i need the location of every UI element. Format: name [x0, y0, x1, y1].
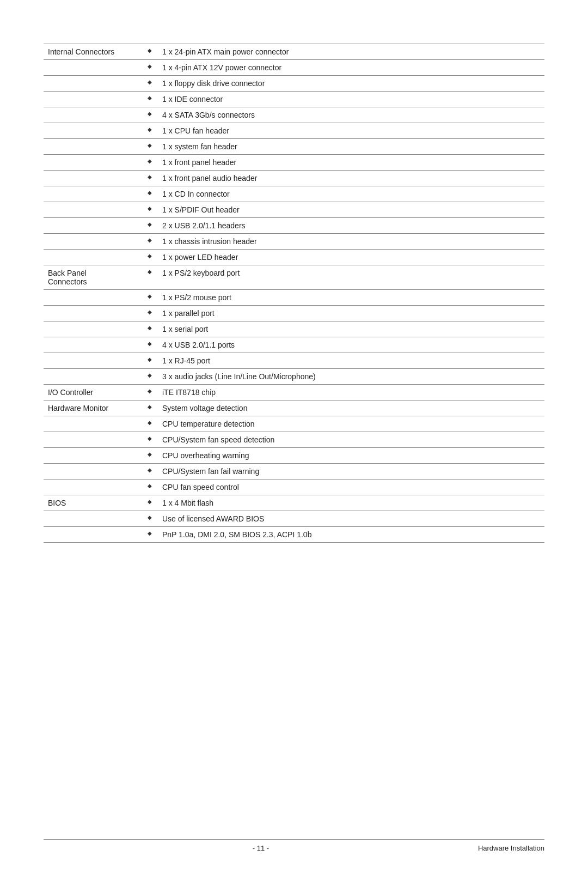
bullet-icon: ◆: [148, 356, 152, 362]
bullet-icon: ◆: [148, 142, 152, 148]
row-value: CPU/System fan speed detection: [158, 432, 544, 448]
bullet-cell: ◆: [142, 290, 158, 306]
row-value: 1 x system fan header: [158, 139, 544, 155]
bullet-cell: ◆: [142, 44, 158, 60]
bullet-icon: ◆: [148, 499, 152, 505]
table-row: ◆2 x USB 2.0/1.1 headers: [44, 218, 544, 234]
bullet-cell: ◆: [142, 60, 158, 76]
bullet-cell: ◆: [142, 385, 158, 400]
row-value: 2 x USB 2.0/1.1 headers: [158, 218, 544, 234]
bullet-cell: ◆: [142, 202, 158, 218]
table-row: ◆CPU/System fan speed detection: [44, 432, 544, 448]
bullet-icon: ◆: [148, 388, 152, 394]
bullet-icon: ◆: [148, 237, 152, 243]
row-label: [44, 107, 142, 123]
row-label: [44, 306, 142, 321]
table-row: ◆3 x audio jacks (Line In/Line Out/Micro…: [44, 369, 544, 385]
row-label: [44, 369, 142, 385]
bullet-icon: ◆: [148, 158, 152, 164]
bullet-icon: ◆: [148, 95, 152, 101]
row-label: [44, 155, 142, 171]
row-value: 1 x CPU fan header: [158, 123, 544, 139]
row-value: 1 x power LED header: [158, 250, 544, 265]
row-label: [44, 171, 142, 186]
bullet-cell: ◆: [142, 353, 158, 369]
bullet-icon: ◆: [148, 205, 152, 211]
bullet-icon: ◆: [148, 63, 152, 69]
table-row: BIOS◆1 x 4 Mbit flash: [44, 495, 544, 511]
table-row: ◆1 x RJ-45 port: [44, 353, 544, 369]
bullet-cell: ◆: [142, 76, 158, 92]
row-value: 1 x 4-pin ATX 12V power connector: [158, 60, 544, 76]
table-row: ◆1 x floppy disk drive connector: [44, 76, 544, 92]
bullet-cell: ◆: [142, 369, 158, 385]
row-value: 1 x CD In connector: [158, 186, 544, 202]
bullet-icon: ◆: [148, 467, 152, 473]
bullet-icon: ◆: [148, 174, 152, 180]
row-label: [44, 92, 142, 107]
bullet-icon: ◆: [148, 111, 152, 117]
bullet-cell: ◆: [142, 432, 158, 448]
row-label: [44, 234, 142, 250]
table-row: ◆1 x S/PDIF Out header: [44, 202, 544, 218]
row-value: 1 x floppy disk drive connector: [158, 76, 544, 92]
footer-section-title: Hardware Installation: [478, 844, 544, 852]
row-label: [44, 202, 142, 218]
bullet-cell: ◆: [142, 107, 158, 123]
row-value: 1 x parallel port: [158, 306, 544, 321]
row-value: CPU fan speed control: [158, 480, 544, 495]
bullet-icon: ◆: [148, 325, 152, 331]
bullet-cell: ◆: [142, 234, 158, 250]
row-value: 4 x SATA 3Gb/s connectors: [158, 107, 544, 123]
table-row: I/O Controller◆iTE IT8718 chip: [44, 385, 544, 400]
bullet-icon: ◆: [148, 435, 152, 441]
table-row: ◆CPU temperature detection: [44, 416, 544, 432]
bullet-icon: ◆: [148, 221, 152, 227]
row-label: [44, 464, 142, 480]
row-label: [44, 480, 142, 495]
table-row: Internal Connectors◆1 x 24-pin ATX main …: [44, 44, 544, 60]
spec-table: Internal Connectors◆1 x 24-pin ATX main …: [44, 44, 544, 543]
row-label: [44, 123, 142, 139]
table-row: ◆CPU/System fan fail warning: [44, 464, 544, 480]
row-label: [44, 432, 142, 448]
table-row: ◆Use of licensed AWARD BIOS: [44, 511, 544, 527]
row-label: Hardware Monitor: [44, 400, 142, 416]
table-row: ◆1 x serial port: [44, 321, 544, 337]
bullet-icon: ◆: [148, 79, 152, 85]
bullet-icon: ◆: [148, 420, 152, 426]
table-row: ◆1 x system fan header: [44, 139, 544, 155]
bullet-cell: ◆: [142, 250, 158, 265]
row-label: BIOS: [44, 495, 142, 511]
row-label: [44, 353, 142, 369]
row-value: 1 x S/PDIF Out header: [158, 202, 544, 218]
bullet-icon: ◆: [148, 47, 152, 53]
footer: - 11 - Hardware Installation: [44, 839, 544, 852]
bullet-cell: ◆: [142, 321, 158, 337]
table-row: ◆1 x power LED header: [44, 250, 544, 265]
bullet-cell: ◆: [142, 337, 158, 353]
row-value: Use of licensed AWARD BIOS: [158, 511, 544, 527]
row-label: [44, 60, 142, 76]
bullet-cell: ◆: [142, 155, 158, 171]
table-row: ◆1 x IDE connector: [44, 92, 544, 107]
row-value: CPU temperature detection: [158, 416, 544, 432]
row-label: [44, 511, 142, 527]
row-label: [44, 337, 142, 353]
table-row: ◆4 x USB 2.0/1.1 ports: [44, 337, 544, 353]
bullet-cell: ◆: [142, 139, 158, 155]
row-value: 3 x audio jacks (Line In/Line Out/Microp…: [158, 369, 544, 385]
table-row: ◆1 x front panel audio header: [44, 171, 544, 186]
bullet-cell: ◆: [142, 495, 158, 511]
bullet-cell: ◆: [142, 218, 158, 234]
row-value: 1 x PS/2 keyboard port: [158, 265, 544, 290]
bullet-icon: ◆: [148, 483, 152, 489]
row-value: 4 x USB 2.0/1.1 ports: [158, 337, 544, 353]
bullet-icon: ◆: [148, 309, 152, 315]
bullet-cell: ◆: [142, 400, 158, 416]
table-row: ◆PnP 1.0a, DMI 2.0, SM BIOS 2.3, ACPI 1.…: [44, 527, 544, 543]
row-value: System voltage detection: [158, 400, 544, 416]
bullet-icon: ◆: [148, 126, 152, 132]
row-label: [44, 186, 142, 202]
row-value: 1 x serial port: [158, 321, 544, 337]
